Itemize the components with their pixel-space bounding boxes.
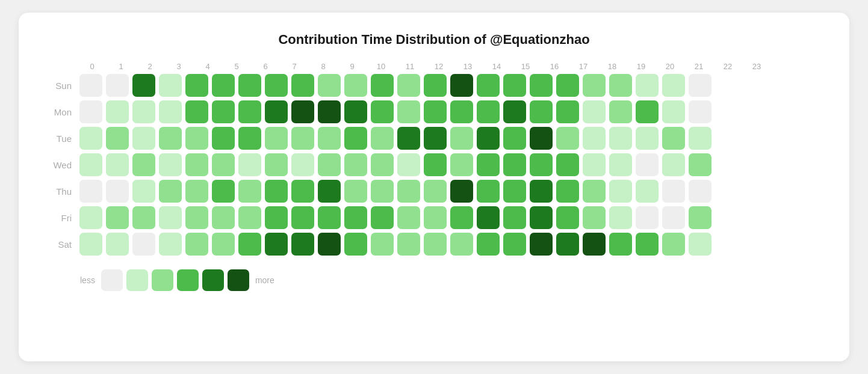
cell-mon-7 bbox=[265, 100, 288, 123]
legend-less-label: less bbox=[80, 275, 95, 285]
cell-tue-1 bbox=[106, 127, 129, 150]
cell-fri-4 bbox=[185, 206, 208, 229]
cell-thu-15 bbox=[477, 180, 500, 203]
cell-sat-9 bbox=[318, 233, 341, 256]
day-row-sat: Sat bbox=[43, 231, 825, 257]
legend-cell-1 bbox=[126, 269, 148, 291]
cell-tue-14 bbox=[450, 127, 473, 150]
cell-sat-16 bbox=[503, 233, 526, 256]
cell-sat-21 bbox=[636, 233, 659, 256]
cell-wed-2 bbox=[132, 153, 155, 176]
cell-thu-3 bbox=[159, 180, 182, 203]
cell-thu-11 bbox=[371, 180, 394, 203]
cell-thu-18 bbox=[556, 180, 579, 203]
cell-sun-9 bbox=[318, 74, 341, 97]
cell-tue-17 bbox=[530, 127, 553, 150]
hour-label-5: 5 bbox=[222, 62, 251, 71]
cell-thu-16 bbox=[503, 180, 526, 203]
hour-label-9: 9 bbox=[338, 62, 367, 71]
hour-labels-row: 01234567891011121314151617181920212223 bbox=[43, 62, 825, 71]
cell-thu-7 bbox=[265, 180, 288, 203]
cell-sat-17 bbox=[530, 233, 553, 256]
hour-label-13: 13 bbox=[453, 62, 482, 71]
day-row-wed: Wed bbox=[43, 152, 825, 178]
cell-sat-18 bbox=[556, 233, 579, 256]
cell-thu-5 bbox=[212, 180, 235, 203]
day-label-tue: Tue bbox=[43, 133, 78, 144]
cell-wed-6 bbox=[238, 153, 261, 176]
day-label-mon: Mon bbox=[43, 107, 78, 117]
cell-sun-6 bbox=[238, 74, 261, 97]
cell-mon-8 bbox=[291, 100, 314, 123]
day-row-fri: Fri bbox=[43, 204, 825, 231]
cell-wed-20 bbox=[609, 153, 632, 176]
cell-thu-17 bbox=[530, 180, 553, 203]
hour-label-6: 6 bbox=[251, 62, 280, 71]
cell-fri-6 bbox=[238, 206, 261, 229]
cell-wed-3 bbox=[159, 153, 182, 176]
hour-label-14: 14 bbox=[482, 62, 511, 71]
cell-wed-10 bbox=[344, 153, 367, 176]
day-label-sun: Sun bbox=[43, 81, 78, 91]
cell-tue-18 bbox=[556, 127, 579, 150]
cell-sun-13 bbox=[424, 74, 447, 97]
cell-mon-11 bbox=[371, 100, 394, 123]
legend-more-label: more bbox=[255, 275, 274, 285]
cell-mon-6 bbox=[238, 100, 261, 123]
cell-fri-14 bbox=[450, 206, 473, 229]
legend-cell-4 bbox=[202, 269, 224, 291]
cell-sat-22 bbox=[662, 233, 685, 256]
hour-label-12: 12 bbox=[424, 62, 453, 71]
cell-tue-21 bbox=[636, 127, 659, 150]
legend-cell-2 bbox=[152, 269, 173, 291]
hour-label-15: 15 bbox=[511, 62, 540, 71]
cell-mon-20 bbox=[609, 100, 632, 123]
cell-fri-12 bbox=[397, 206, 420, 229]
cell-tue-8 bbox=[291, 127, 314, 150]
cell-tue-4 bbox=[185, 127, 208, 150]
cell-wed-9 bbox=[318, 153, 341, 176]
cell-wed-0 bbox=[79, 153, 102, 176]
hour-label-20: 20 bbox=[656, 62, 684, 71]
cell-mon-1 bbox=[106, 100, 129, 123]
cell-sat-6 bbox=[238, 233, 261, 256]
cell-wed-8 bbox=[291, 153, 314, 176]
cell-sat-7 bbox=[265, 233, 288, 256]
legend-cell-5 bbox=[228, 269, 249, 291]
cell-tue-20 bbox=[609, 127, 632, 150]
cell-sat-11 bbox=[371, 233, 394, 256]
cell-sun-19 bbox=[583, 74, 606, 97]
cell-thu-9 bbox=[318, 180, 341, 203]
cell-thu-4 bbox=[185, 180, 208, 203]
chart-title: Contribution Time Distribution of @Equat… bbox=[43, 32, 825, 48]
cell-mon-4 bbox=[185, 100, 208, 123]
cell-sun-21 bbox=[636, 74, 659, 97]
cell-sat-12 bbox=[397, 233, 420, 256]
cell-mon-9 bbox=[318, 100, 341, 123]
cell-fri-17 bbox=[530, 206, 553, 229]
cell-mon-3 bbox=[159, 100, 182, 123]
cell-tue-3 bbox=[159, 127, 182, 150]
cell-fri-16 bbox=[503, 206, 526, 229]
cell-sun-16 bbox=[503, 74, 526, 97]
day-label-sat: Sat bbox=[43, 239, 78, 250]
cell-wed-21 bbox=[636, 153, 659, 176]
hour-label-1: 1 bbox=[107, 62, 135, 71]
cell-mon-17 bbox=[530, 100, 553, 123]
cell-sat-19 bbox=[583, 233, 606, 256]
hour-label-21: 21 bbox=[684, 62, 713, 71]
cell-sun-0 bbox=[79, 74, 102, 97]
cell-wed-4 bbox=[185, 153, 208, 176]
cell-thu-14 bbox=[450, 180, 473, 203]
cell-sun-23 bbox=[689, 74, 711, 97]
cell-sun-2 bbox=[132, 74, 155, 97]
cell-wed-23 bbox=[689, 153, 711, 176]
cell-fri-10 bbox=[344, 206, 367, 229]
hour-label-19: 19 bbox=[627, 62, 656, 71]
cell-wed-22 bbox=[662, 153, 685, 176]
cell-tue-5 bbox=[212, 127, 235, 150]
cell-sun-7 bbox=[265, 74, 288, 97]
cell-mon-23 bbox=[689, 100, 711, 123]
cell-thu-23 bbox=[689, 180, 711, 203]
cell-sat-23 bbox=[689, 233, 711, 256]
